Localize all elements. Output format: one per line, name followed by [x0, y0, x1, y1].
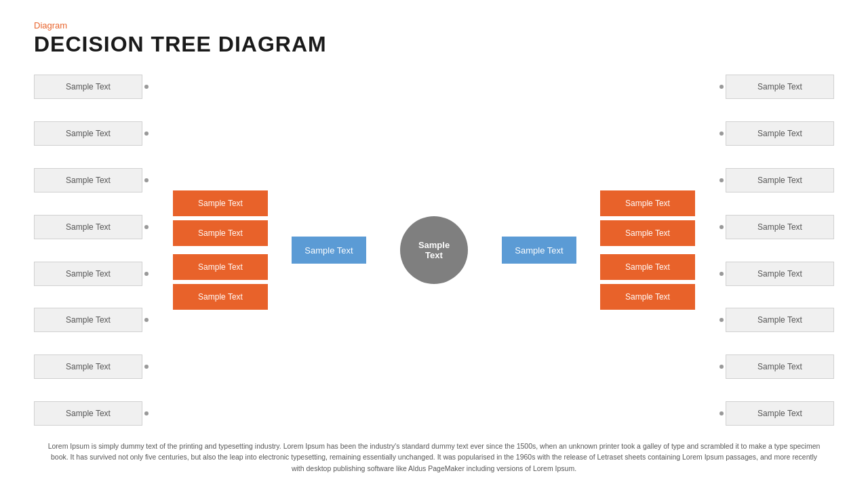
left-orange-top-group-box-0: Sample Text [173, 190, 268, 216]
svg-line-32 [576, 203, 600, 250]
left-gray-box-4: Sample Text [34, 262, 142, 286]
left-gray-box-0: Sample Text [34, 75, 142, 99]
blue-box-right: Sample Text [502, 237, 576, 264]
left-orange-bottom-group-box-0: Sample Text [173, 254, 268, 280]
left-gray-box-6: Sample Text [34, 354, 142, 379]
right-orange-bottom-group: Sample TextSample Text [600, 250, 695, 436]
dot-right-4 [144, 272, 149, 276]
right-gray-box-wrapper-3: Sample Text [726, 215, 834, 239]
right-gray-box-7: Sample Text [726, 401, 834, 426]
dot-right-2 [144, 178, 149, 182]
right-gray-box-wrapper-4: Sample Text [726, 262, 834, 286]
center-circle: Sample Text [400, 216, 468, 284]
center-label: Sample Text [418, 240, 450, 260]
right-gray-box-wrapper-5: Sample Text [726, 308, 834, 332]
right-dot-left-3 [719, 225, 724, 229]
right-gray-box-2: Sample Text [726, 168, 834, 192]
right-gray-box-wrapper-6: Sample Text [726, 354, 834, 379]
blue-right-label: Sample Text [515, 245, 563, 256]
right-dot-left-4 [719, 272, 724, 276]
right-orange-top-group-box-0: Sample Text [600, 190, 695, 216]
right-gray-box-6: Sample Text [726, 354, 834, 379]
left-gray-box-2: Sample Text [34, 168, 142, 192]
svg-line-28 [268, 203, 292, 250]
right-gray-box-wrapper-1: Sample Text [726, 121, 834, 146]
right-orange-top-group-box-1: Sample Text [600, 220, 695, 246]
right-dot-left-6 [719, 365, 724, 369]
right-gray-box-wrapper-0: Sample Text [726, 75, 834, 99]
diagram-content: Sample TextSample TextSample TextSample … [34, 64, 834, 437]
page-title: DECISION TREE DIAGRAM [34, 32, 834, 57]
svg-line-31 [268, 250, 292, 297]
right-dot-left-1 [719, 131, 724, 136]
svg-line-33 [576, 233, 600, 250]
left-gray-box-3: Sample Text [34, 215, 142, 239]
page: Diagram DECISION TREE DIAGRAM Sample Tex… [0, 0, 868, 488]
header: Diagram DECISION TREE DIAGRAM [34, 20, 834, 57]
dot-right-1 [144, 131, 149, 136]
left-gray-box-wrapper-6: Sample Text [34, 354, 142, 379]
right-orange-top-group: Sample TextSample Text [600, 64, 695, 250]
left-gray-box-wrapper-0: Sample Text [34, 75, 142, 99]
right-gray-box-4: Sample Text [726, 262, 834, 286]
dot-right-5 [144, 318, 149, 322]
svg-line-29 [268, 233, 292, 250]
left-orange-top-group-box-1: Sample Text [173, 220, 268, 246]
left-gray-box-wrapper-4: Sample Text [34, 262, 142, 286]
left-gray-boxes: Sample TextSample TextSample TextSample … [34, 64, 142, 437]
right-gray-box-5: Sample Text [726, 308, 834, 332]
blue-box-left: Sample Text [292, 237, 366, 264]
right-gray-box-wrapper-2: Sample Text [726, 168, 834, 192]
left-gray-box-wrapper-3: Sample Text [34, 215, 142, 239]
diagram-area: Sample TextSample TextSample TextSample … [34, 64, 834, 437]
left-gray-box-wrapper-5: Sample Text [34, 308, 142, 332]
dot-right-7 [144, 411, 149, 415]
right-orange-bottom-group-box-0: Sample Text [600, 254, 695, 280]
right-gray-box-1: Sample Text [726, 121, 834, 146]
right-gray-box-wrapper-7: Sample Text [726, 401, 834, 426]
right-dot-left-0 [719, 85, 724, 89]
right-gray-box-0: Sample Text [726, 75, 834, 99]
left-gray-box-wrapper-7: Sample Text [34, 401, 142, 426]
right-gray-box-3: Sample Text [726, 215, 834, 239]
left-orange-bottom-group-box-1: Sample Text [173, 284, 268, 310]
left-gray-box-wrapper-2: Sample Text [34, 168, 142, 192]
left-gray-box-wrapper-1: Sample Text [34, 121, 142, 146]
left-orange-bottom-group: Sample TextSample Text [173, 250, 268, 436]
dot-right-0 [144, 85, 149, 89]
left-orange-top-group: Sample TextSample Text [173, 64, 268, 250]
left-gray-box-1: Sample Text [34, 121, 142, 146]
svg-line-35 [576, 250, 600, 297]
left-gray-box-5: Sample Text [34, 308, 142, 332]
right-orange-bottom-group-box-1: Sample Text [600, 284, 695, 310]
header-subtitle: Diagram [34, 20, 834, 30]
right-dot-left-7 [719, 411, 724, 415]
right-dot-left-2 [719, 178, 724, 182]
right-gray-boxes: Sample TextSample TextSample TextSample … [726, 64, 834, 437]
svg-line-30 [268, 250, 292, 267]
left-gray-box-7: Sample Text [34, 401, 142, 426]
footer-text: Lorem Ipsum is simply dummy text of the … [34, 441, 834, 474]
blue-left-label: Sample Text [304, 245, 353, 256]
dot-right-3 [144, 225, 149, 229]
right-dot-left-5 [719, 318, 724, 322]
dot-right-6 [144, 365, 149, 369]
svg-line-34 [576, 250, 600, 267]
